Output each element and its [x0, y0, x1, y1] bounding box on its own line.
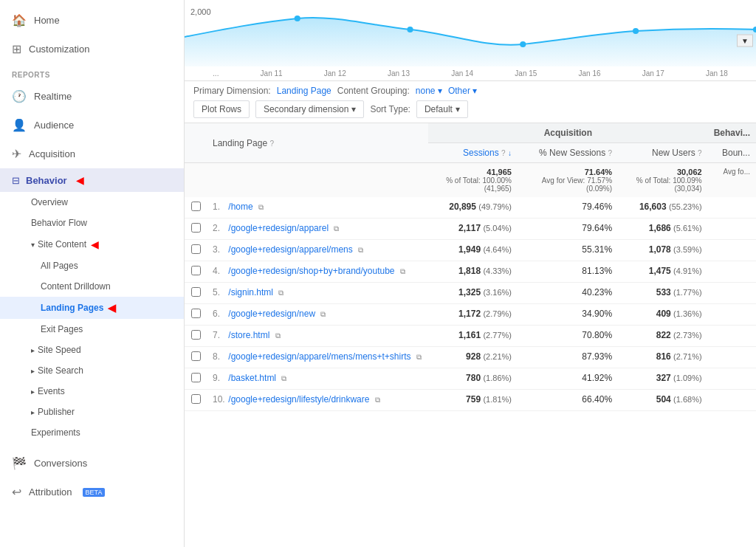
row-page-link-1[interactable]: /google+redesign/apparel [228, 223, 329, 233]
landing-page-link[interactable]: Landing Page [277, 86, 331, 96]
new-users-help-icon[interactable]: ? [698, 149, 702, 157]
row-checkbox-input-5[interactable] [191, 309, 201, 318]
row-checkbox-input-1[interactable] [191, 223, 201, 233]
table-row: 9. /basket.html ⧉ 780 (1.86%) 41.92% 327… [185, 368, 756, 390]
secondary-dimension-dropdown[interactable]: Secondary dimension ▾ [255, 100, 364, 118]
row-ext-icon-7[interactable]: ⧉ [416, 353, 422, 361]
sidebar-item-exit-pages[interactable]: Exit Pages [0, 319, 184, 340]
behavior-group-label: Behavi... [714, 128, 750, 138]
row-new-users-2: 1,078 (3.59%) [618, 240, 708, 261]
th-sessions[interactable]: Sessions ? ↓ [428, 143, 518, 163]
sessions-help-icon[interactable]: ? [501, 149, 506, 157]
table-row: 6. /google+redesign/new ⧉ 1,172 (2.79%) … [185, 304, 756, 326]
sidebar-item-behavior[interactable]: ⊟ Behavior ◀ [0, 168, 184, 192]
row-new-users-7: 816 (2.71%) [618, 347, 708, 368]
row-checkbox-2[interactable] [185, 240, 207, 261]
reports-section-label: REPORTS [0, 63, 184, 82]
row-pct-new-3: 81.13% [518, 261, 618, 283]
sidebar-item-behavior-flow[interactable]: Behavior Flow [0, 213, 184, 233]
chart-scroll-btn[interactable]: ▼ [737, 34, 753, 47]
row-page-link-2[interactable]: /google+redesign/apparel/mens [228, 244, 352, 255]
row-ext-icon-6[interactable]: ⧉ [275, 331, 281, 340]
row-bounce-7 [708, 347, 756, 368]
site-search-label: Site Search [38, 365, 83, 376]
row-ext-icon-4[interactable]: ⧉ [278, 289, 284, 297]
row-page-9: 10. /google+redesign/lifestyle/drinkware… [207, 390, 428, 411]
row-page-link-3[interactable]: /google+redesign/shop+by+brand/youtube [228, 266, 394, 276]
row-checkbox-input-0[interactable] [191, 202, 201, 211]
row-checkbox-input-3[interactable] [191, 266, 201, 275]
conversions-label: Conversions [34, 458, 87, 469]
sidebar-item-home[interactable]: 🏠 Home [0, 6, 184, 35]
sidebar-item-landing-pages[interactable]: Landing Pages ◀ [0, 297, 184, 319]
row-page-link-0[interactable]: /home [228, 202, 252, 212]
row-checkbox-input-6[interactable] [191, 330, 201, 340]
sidebar-item-publisher[interactable]: ▸ Publisher [0, 402, 184, 422]
row-page-link-4[interactable]: /signin.html [228, 287, 273, 297]
total-new-users-sub: % of Total: 100.09% (30,034) [624, 176, 702, 193]
th-bounce[interactable]: Boun... [708, 143, 756, 163]
row-checkbox-7[interactable] [185, 347, 207, 368]
th-pct-new-sessions[interactable]: % New Sessions ? [518, 143, 618, 163]
sidebar-item-content-drilldown[interactable]: Content Drilldown [0, 276, 184, 297]
row-pct-new-2: 55.31% [518, 240, 618, 261]
row-checkbox-6[interactable] [185, 326, 207, 347]
th-new-users[interactable]: New Users ? [618, 143, 708, 163]
row-checkbox-input-7[interactable] [191, 351, 201, 361]
row-num-4: 5. [213, 287, 226, 297]
row-checkbox-input-8[interactable] [191, 373, 201, 382]
sidebar-item-conversions[interactable]: 🏁 Conversions [0, 449, 184, 478]
customization-icon: ⊞ [12, 42, 21, 56]
sidebar-realtime-label: Realtime [34, 91, 72, 102]
other-dropdown[interactable]: Other ▾ [448, 86, 477, 96]
sidebar-item-realtime[interactable]: 🕐 Realtime [0, 82, 184, 111]
row-num-3: 4. [213, 266, 226, 276]
row-checkbox-0[interactable] [185, 197, 207, 219]
chart-x-4: Jan 14 [451, 69, 473, 78]
landing-page-help-icon[interactable]: ? [269, 140, 274, 148]
plot-rows-button[interactable]: Plot Rows [193, 100, 250, 118]
row-page-link-8[interactable]: /basket.html [228, 373, 276, 383]
row-bounce-6 [708, 326, 756, 347]
sidebar-item-experiments[interactable]: Experiments [0, 422, 184, 443]
sidebar-item-audience[interactable]: 👤 Audience [0, 111, 184, 140]
row-ext-icon-5[interactable]: ⧉ [320, 310, 326, 318]
row-page-link-7[interactable]: /google+redesign/apparel/mens/mens+t+shi… [228, 351, 410, 362]
sidebar-item-site-content[interactable]: ▾ Site Content ◀ [0, 233, 184, 255]
row-ext-icon-8[interactable]: ⧉ [281, 374, 286, 382]
row-ext-icon-9[interactable]: ⧉ [375, 396, 380, 404]
row-new-users-9: 504 (1.68%) [618, 390, 708, 411]
row-checkbox-1[interactable] [185, 219, 207, 240]
row-sessions-3: 1,818 (4.33%) [428, 261, 518, 283]
sort-type-value: Default [425, 104, 453, 114]
row-ext-icon-0[interactable]: ⧉ [258, 203, 264, 211]
sidebar-item-customization[interactable]: ⊞ Customization [0, 35, 184, 63]
row-checkbox-input-4[interactable] [191, 287, 201, 297]
sidebar-item-site-speed[interactable]: ▸ Site Speed [0, 340, 184, 360]
row-page-link-6[interactable]: /store.html [228, 330, 269, 340]
row-checkbox-8[interactable] [185, 368, 207, 390]
sidebar-item-events[interactable]: ▸ Events [0, 381, 184, 402]
content-grouping-dropdown[interactable]: none ▾ [416, 86, 442, 96]
sidebar-item-all-pages[interactable]: All Pages [0, 255, 184, 276]
sidebar-item-attribution[interactable]: ↩ Attribution BETA [0, 478, 184, 506]
sort-type-dropdown[interactable]: Default ▾ [416, 100, 468, 118]
row-page-link-5[interactable]: /google+redesign/new [228, 309, 315, 319]
row-checkbox-input-9[interactable] [191, 394, 201, 404]
sidebar-item-overview[interactable]: Overview [0, 192, 184, 213]
row-page-link-9[interactable]: /google+redesign/lifestyle/drinkware [228, 394, 369, 405]
realtime-icon: 🕐 [12, 89, 27, 103]
row-num-9: 10. [213, 394, 226, 405]
sidebar-item-acquisition[interactable]: ✈ Acquisition [0, 140, 184, 168]
row-checkbox-3[interactable] [185, 261, 207, 283]
row-checkbox-input-2[interactable] [191, 244, 201, 254]
row-ext-icon-1[interactable]: ⧉ [334, 224, 339, 233]
row-ext-icon-3[interactable]: ⧉ [400, 267, 405, 275]
sidebar-item-site-search[interactable]: ▸ Site Search [0, 360, 184, 381]
row-checkbox-5[interactable] [185, 304, 207, 326]
row-checkbox-9[interactable] [185, 390, 207, 411]
row-ext-icon-2[interactable]: ⧉ [358, 246, 363, 254]
landing-pages-arrow: ◀ [108, 302, 116, 314]
row-checkbox-4[interactable] [185, 283, 207, 304]
pct-new-sessions-help-icon[interactable]: ? [608, 149, 613, 157]
